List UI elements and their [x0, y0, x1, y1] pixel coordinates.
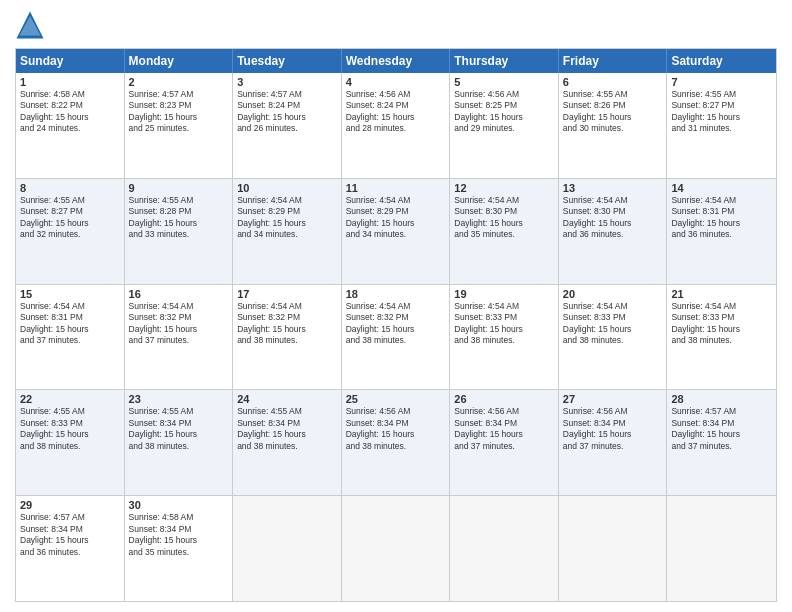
calendar-cell-empty — [233, 496, 342, 601]
calendar-cell: 28Sunrise: 4:57 AM Sunset: 8:34 PM Dayli… — [667, 390, 776, 495]
calendar-cell: 17Sunrise: 4:54 AM Sunset: 8:32 PM Dayli… — [233, 285, 342, 390]
cell-info: Sunrise: 4:55 AM Sunset: 8:28 PM Dayligh… — [129, 195, 229, 241]
calendar-cell: 4Sunrise: 4:56 AM Sunset: 8:24 PM Daylig… — [342, 73, 451, 178]
calendar-header: SundayMondayTuesdayWednesdayThursdayFrid… — [16, 49, 776, 73]
calendar-cell: 7Sunrise: 4:55 AM Sunset: 8:27 PM Daylig… — [667, 73, 776, 178]
calendar-header-cell: Sunday — [16, 49, 125, 73]
calendar-header-cell: Thursday — [450, 49, 559, 73]
header — [15, 10, 777, 40]
cell-info: Sunrise: 4:57 AM Sunset: 8:23 PM Dayligh… — [129, 89, 229, 135]
cell-info: Sunrise: 4:56 AM Sunset: 8:25 PM Dayligh… — [454, 89, 554, 135]
day-number: 5 — [454, 76, 554, 88]
calendar-cell: 2Sunrise: 4:57 AM Sunset: 8:23 PM Daylig… — [125, 73, 234, 178]
calendar-cell: 6Sunrise: 4:55 AM Sunset: 8:26 PM Daylig… — [559, 73, 668, 178]
cell-info: Sunrise: 4:55 AM Sunset: 8:34 PM Dayligh… — [237, 406, 337, 452]
calendar: SundayMondayTuesdayWednesdayThursdayFrid… — [15, 48, 777, 602]
calendar-cell: 9Sunrise: 4:55 AM Sunset: 8:28 PM Daylig… — [125, 179, 234, 284]
calendar-cell: 5Sunrise: 4:56 AM Sunset: 8:25 PM Daylig… — [450, 73, 559, 178]
calendar-cell: 16Sunrise: 4:54 AM Sunset: 8:32 PM Dayli… — [125, 285, 234, 390]
logo — [15, 10, 49, 40]
cell-info: Sunrise: 4:58 AM Sunset: 8:34 PM Dayligh… — [129, 512, 229, 558]
calendar-cell: 18Sunrise: 4:54 AM Sunset: 8:32 PM Dayli… — [342, 285, 451, 390]
cell-info: Sunrise: 4:55 AM Sunset: 8:26 PM Dayligh… — [563, 89, 663, 135]
day-number: 13 — [563, 182, 663, 194]
calendar-cell-empty — [342, 496, 451, 601]
cell-info: Sunrise: 4:54 AM Sunset: 8:32 PM Dayligh… — [237, 301, 337, 347]
calendar-row: 15Sunrise: 4:54 AM Sunset: 8:31 PM Dayli… — [16, 284, 776, 390]
calendar-row: 22Sunrise: 4:55 AM Sunset: 8:33 PM Dayli… — [16, 389, 776, 495]
cell-info: Sunrise: 4:54 AM Sunset: 8:31 PM Dayligh… — [671, 195, 772, 241]
cell-info: Sunrise: 4:55 AM Sunset: 8:33 PM Dayligh… — [20, 406, 120, 452]
calendar-cell: 19Sunrise: 4:54 AM Sunset: 8:33 PM Dayli… — [450, 285, 559, 390]
cell-info: Sunrise: 4:56 AM Sunset: 8:34 PM Dayligh… — [563, 406, 663, 452]
day-number: 25 — [346, 393, 446, 405]
calendar-cell: 29Sunrise: 4:57 AM Sunset: 8:34 PM Dayli… — [16, 496, 125, 601]
cell-info: Sunrise: 4:54 AM Sunset: 8:33 PM Dayligh… — [454, 301, 554, 347]
day-number: 12 — [454, 182, 554, 194]
calendar-cell: 20Sunrise: 4:54 AM Sunset: 8:33 PM Dayli… — [559, 285, 668, 390]
day-number: 10 — [237, 182, 337, 194]
calendar-cell: 21Sunrise: 4:54 AM Sunset: 8:33 PM Dayli… — [667, 285, 776, 390]
calendar-cell: 1Sunrise: 4:58 AM Sunset: 8:22 PM Daylig… — [16, 73, 125, 178]
calendar-cell: 14Sunrise: 4:54 AM Sunset: 8:31 PM Dayli… — [667, 179, 776, 284]
day-number: 24 — [237, 393, 337, 405]
calendar-cell: 12Sunrise: 4:54 AM Sunset: 8:30 PM Dayli… — [450, 179, 559, 284]
day-number: 8 — [20, 182, 120, 194]
calendar-header-cell: Friday — [559, 49, 668, 73]
cell-info: Sunrise: 4:55 AM Sunset: 8:34 PM Dayligh… — [129, 406, 229, 452]
cell-info: Sunrise: 4:57 AM Sunset: 8:24 PM Dayligh… — [237, 89, 337, 135]
cell-info: Sunrise: 4:55 AM Sunset: 8:27 PM Dayligh… — [20, 195, 120, 241]
day-number: 30 — [129, 499, 229, 511]
calendar-cell: 24Sunrise: 4:55 AM Sunset: 8:34 PM Dayli… — [233, 390, 342, 495]
day-number: 7 — [671, 76, 772, 88]
calendar-row: 8Sunrise: 4:55 AM Sunset: 8:27 PM Daylig… — [16, 178, 776, 284]
calendar-cell: 10Sunrise: 4:54 AM Sunset: 8:29 PM Dayli… — [233, 179, 342, 284]
cell-info: Sunrise: 4:56 AM Sunset: 8:24 PM Dayligh… — [346, 89, 446, 135]
day-number: 23 — [129, 393, 229, 405]
calendar-header-cell: Tuesday — [233, 49, 342, 73]
day-number: 22 — [20, 393, 120, 405]
day-number: 15 — [20, 288, 120, 300]
cell-info: Sunrise: 4:54 AM Sunset: 8:32 PM Dayligh… — [129, 301, 229, 347]
day-number: 21 — [671, 288, 772, 300]
day-number: 20 — [563, 288, 663, 300]
cell-info: Sunrise: 4:58 AM Sunset: 8:22 PM Dayligh… — [20, 89, 120, 135]
cell-info: Sunrise: 4:55 AM Sunset: 8:27 PM Dayligh… — [671, 89, 772, 135]
page: SundayMondayTuesdayWednesdayThursdayFrid… — [0, 0, 792, 612]
calendar-cell: 22Sunrise: 4:55 AM Sunset: 8:33 PM Dayli… — [16, 390, 125, 495]
day-number: 19 — [454, 288, 554, 300]
day-number: 4 — [346, 76, 446, 88]
cell-info: Sunrise: 4:54 AM Sunset: 8:29 PM Dayligh… — [237, 195, 337, 241]
svg-marker-1 — [20, 16, 41, 36]
day-number: 29 — [20, 499, 120, 511]
calendar-row: 29Sunrise: 4:57 AM Sunset: 8:34 PM Dayli… — [16, 495, 776, 601]
cell-info: Sunrise: 4:54 AM Sunset: 8:33 PM Dayligh… — [671, 301, 772, 347]
day-number: 17 — [237, 288, 337, 300]
day-number: 18 — [346, 288, 446, 300]
day-number: 26 — [454, 393, 554, 405]
day-number: 27 — [563, 393, 663, 405]
calendar-cell-empty — [667, 496, 776, 601]
calendar-cell: 8Sunrise: 4:55 AM Sunset: 8:27 PM Daylig… — [16, 179, 125, 284]
cell-info: Sunrise: 4:54 AM Sunset: 8:32 PM Dayligh… — [346, 301, 446, 347]
day-number: 2 — [129, 76, 229, 88]
calendar-cell: 26Sunrise: 4:56 AM Sunset: 8:34 PM Dayli… — [450, 390, 559, 495]
calendar-body: 1Sunrise: 4:58 AM Sunset: 8:22 PM Daylig… — [16, 73, 776, 601]
cell-info: Sunrise: 4:56 AM Sunset: 8:34 PM Dayligh… — [346, 406, 446, 452]
calendar-cell: 27Sunrise: 4:56 AM Sunset: 8:34 PM Dayli… — [559, 390, 668, 495]
calendar-cell: 25Sunrise: 4:56 AM Sunset: 8:34 PM Dayli… — [342, 390, 451, 495]
day-number: 1 — [20, 76, 120, 88]
calendar-cell: 15Sunrise: 4:54 AM Sunset: 8:31 PM Dayli… — [16, 285, 125, 390]
day-number: 11 — [346, 182, 446, 194]
cell-info: Sunrise: 4:56 AM Sunset: 8:34 PM Dayligh… — [454, 406, 554, 452]
calendar-cell-empty — [559, 496, 668, 601]
cell-info: Sunrise: 4:54 AM Sunset: 8:30 PM Dayligh… — [563, 195, 663, 241]
day-number: 28 — [671, 393, 772, 405]
calendar-cell: 23Sunrise: 4:55 AM Sunset: 8:34 PM Dayli… — [125, 390, 234, 495]
day-number: 9 — [129, 182, 229, 194]
logo-icon — [15, 10, 45, 40]
cell-info: Sunrise: 4:54 AM Sunset: 8:33 PM Dayligh… — [563, 301, 663, 347]
calendar-header-cell: Saturday — [667, 49, 776, 73]
calendar-header-cell: Monday — [125, 49, 234, 73]
day-number: 16 — [129, 288, 229, 300]
